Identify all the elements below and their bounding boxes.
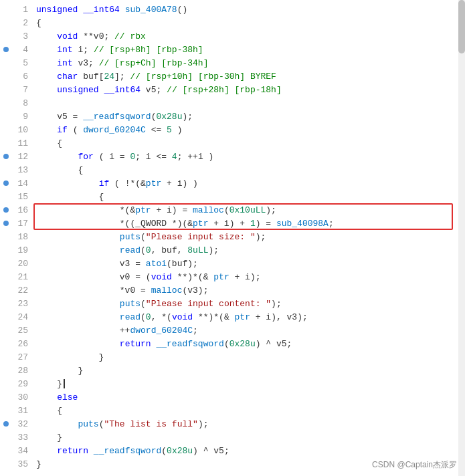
code-line: 30 else <box>0 390 465 404</box>
breakpoint-dot[interactable] <box>0 221 12 226</box>
code-line: 25 ++dword_60204C; <box>0 324 465 337</box>
line-number: 32 <box>12 419 33 429</box>
line-content: char buf[24]; // [rsp+10h] [rbp-30h] BYR… <box>33 72 465 82</box>
breakpoint-dot[interactable] <box>0 181 12 186</box>
line-content: if ( dword_60204C <= 5 ) <box>33 125 465 135</box>
code-line: 32 puts("The list is full"); <box>0 417 465 431</box>
scrollbar-vertical[interactable] <box>458 0 465 476</box>
line-number: 2 <box>12 18 33 28</box>
code-line: 19 read(0, buf, 8uLL); <box>0 243 465 257</box>
line-content: void **v0; // rbx <box>33 31 465 41</box>
line-content: return __readfsqword(0x28u) ^ v5; <box>33 446 465 456</box>
line-number: 10 <box>12 125 33 135</box>
line-content: *((_QWORD *)(&ptr + i) + 1) = sub_40098A… <box>33 219 465 229</box>
code-line: 20 v3 = atoi(buf); <box>0 257 465 270</box>
line-content: } <box>33 352 465 362</box>
code-line: 27 } <box>0 350 465 364</box>
line-number: 24 <box>12 312 33 322</box>
line-content: } <box>33 366 465 376</box>
code-line: 29 } <box>0 377 465 390</box>
line-number: 27 <box>12 352 33 362</box>
code-line: 7 unsigned __int64 v5; // [rsp+28h] [rbp… <box>0 83 465 96</box>
breakpoint-dot[interactable] <box>0 207 12 213</box>
code-line: 4 int i; // [rsp+8h] [rbp-38h] <box>0 43 465 56</box>
scrollbar-thumb[interactable] <box>458 0 465 53</box>
line-content: v3 = atoi(buf); <box>33 259 465 269</box>
line-number: 30 <box>12 392 33 402</box>
code-line: 2{ <box>0 16 465 29</box>
line-number: 4 <box>12 45 33 55</box>
code-line: 13 { <box>0 163 465 176</box>
code-line: 21 v0 = (void **)*(& ptr + i); <box>0 270 465 283</box>
line-number: 21 <box>12 272 33 282</box>
line-content: v0 = (void **)*(& ptr + i); <box>33 272 465 282</box>
line-content: ++dword_60204C; <box>33 326 465 336</box>
line-number: 26 <box>12 339 33 349</box>
line-number: 34 <box>12 446 33 456</box>
line-content: { <box>33 165 465 175</box>
code-line: 23 puts("Please input content: "); <box>0 297 465 310</box>
line-content: for ( i = 0; i <= 4; ++i ) <box>33 152 465 162</box>
line-content: { <box>33 18 465 28</box>
code-line: 12 for ( i = 0; i <= 4; ++i ) <box>0 150 465 163</box>
line-content: read(0, buf, 8uLL); <box>33 245 465 255</box>
code-line: 24 read(0, *(void **)*(& ptr + i), v3); <box>0 310 465 324</box>
code-area: 1unsigned __int64 sub_400A78()2{3 void *… <box>0 0 465 473</box>
code-line: 34 return __readfsqword(0x28u) ^ v5; <box>0 444 465 457</box>
line-number: 28 <box>12 366 33 376</box>
breakpoint-dot[interactable] <box>0 421 12 427</box>
line-number: 11 <box>12 138 33 148</box>
line-number: 9 <box>12 112 33 122</box>
line-content: unsigned __int64 v5; // [rsp+28h] [rbp-1… <box>33 85 465 95</box>
line-content: unsigned __int64 sub_400A78() <box>33 5 465 15</box>
line-content: { <box>33 138 465 148</box>
code-line: 11 { <box>0 136 465 150</box>
line-content: v5 = __readfsqword(0x28u); <box>33 112 465 122</box>
code-line: 31 { <box>0 404 465 417</box>
code-line: 33 } <box>0 431 465 444</box>
code-line: 10 if ( dword_60204C <= 5 ) <box>0 123 465 136</box>
code-line: 26 return __readfsqword(0x28u) ^ v5; <box>0 337 465 350</box>
code-line: 28 } <box>0 364 465 377</box>
code-line: 5 int v3; // [rsp+Ch] [rbp-34h] <box>0 56 465 70</box>
line-number: 23 <box>12 299 33 309</box>
line-number: 20 <box>12 259 33 269</box>
line-number: 18 <box>12 232 33 242</box>
line-content: puts("The list is full"); <box>33 419 465 429</box>
line-content: *v0 = malloc(v3); <box>33 285 465 295</box>
code-line: 1unsigned __int64 sub_400A78() <box>0 3 465 16</box>
line-number: 19 <box>12 245 33 255</box>
line-number: 29 <box>12 379 33 389</box>
code-line: 18 puts("Please input size: "); <box>0 230 465 243</box>
code-line: 3 void **v0; // rbx <box>0 29 465 43</box>
line-number: 35 <box>12 459 33 469</box>
line-number: 31 <box>12 406 33 416</box>
breakpoint-dot[interactable] <box>0 154 12 159</box>
line-content: int i; // [rsp+8h] [rbp-38h] <box>33 45 465 55</box>
line-content: puts("Please input content: "); <box>33 299 465 309</box>
code-line: 17 *((_QWORD *)(&ptr + i) + 1) = sub_400… <box>0 217 465 230</box>
line-number: 22 <box>12 285 33 295</box>
line-content: { <box>33 192 465 202</box>
line-number: 8 <box>12 98 33 108</box>
line-number: 7 <box>12 85 33 95</box>
line-number: 3 <box>12 31 33 41</box>
line-number: 17 <box>12 219 33 229</box>
text-cursor <box>64 379 65 388</box>
line-number: 25 <box>12 326 33 336</box>
line-content: *(&ptr + i) = malloc(0x10uLL); <box>33 205 465 215</box>
line-number: 12 <box>12 152 33 162</box>
line-number: 13 <box>12 165 33 175</box>
code-line: 14 if ( !*(&ptr + i) ) <box>0 176 465 190</box>
line-content: } <box>33 379 465 389</box>
breakpoint-dot[interactable] <box>0 47 12 52</box>
line-content: puts("Please input size: "); <box>33 232 465 242</box>
line-content: } <box>33 433 465 443</box>
watermark: CSDN @Captain杰派罗 <box>372 459 457 471</box>
line-number: 33 <box>12 433 33 443</box>
code-line: 16 *(&ptr + i) = malloc(0x10uLL); <box>0 203 465 217</box>
line-number: 15 <box>12 192 33 202</box>
code-line: 9 v5 = __readfsqword(0x28u); <box>0 110 465 123</box>
line-number: 5 <box>12 58 33 68</box>
code-line: 15 { <box>0 190 465 203</box>
